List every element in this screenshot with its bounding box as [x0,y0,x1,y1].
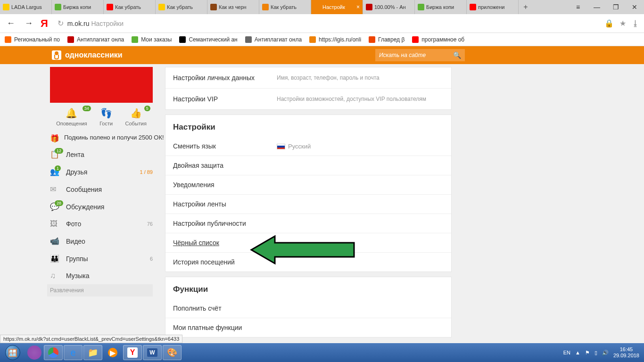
ok-logo-icon [52,50,61,60]
ok-brand-text: одноклассники [65,51,123,59]
bookmark-favicon [412,36,419,43]
forward-button[interactable]: → [23,16,35,30]
sidebar-item-label: Друзья [66,168,87,176]
bookmark-item[interactable]: Антиплагиат онла [67,36,124,43]
address-bar: ← → Я ↻ m.ok.ru Настройки 🔒 ★ ⭳ [0,14,644,33]
settings-header: Настройки [165,115,451,137]
badge: 28 [55,200,63,206]
browser-tab[interactable]: Как убрать [259,0,311,14]
back-button[interactable]: ← [5,16,17,30]
sidebar-item[interactable]: 💬28Обсуждения [50,198,153,215]
sidebar-promo[interactable]: 🎁 Подкинь полено и получи 2500 ОК! [50,131,165,146]
tray-battery-icon[interactable]: ▯ [594,350,597,356]
close-button[interactable]: ✕ [625,0,644,14]
start-button[interactable]: 🪟 [0,343,25,362]
settings-row[interactable]: Настройки личных данныхИмя, возраст, тел… [165,67,451,89]
settings-row[interactable]: Чёрный список [165,233,451,253]
tab-label: LADA Largus [11,4,42,10]
sidebar-footer[interactable]: Развлечения [47,284,153,296]
tray-action-icon[interactable]: ⚑ [585,350,590,356]
yandex-logo[interactable]: Я [41,17,48,30]
new-tab-button[interactable]: + [519,0,533,14]
sidebar-item[interactable]: ✉Сообщения [50,181,153,198]
settings-row[interactable]: Пополнить счёт [165,299,451,318]
reload-icon[interactable]: ↻ [58,19,64,28]
tab-favicon [107,4,113,10]
taskbar-yandex[interactable]: Y [123,345,142,360]
settings-row[interactable]: Настройки публичности [165,214,451,233]
profile-action[interactable]: 🔔34Оповещения [56,107,87,126]
profile-picture[interactable] [50,67,153,103]
panel-personal: Настройки личных данныхИмя, возраст, тел… [165,67,452,110]
sidebar-item-label: Лента [66,151,84,158]
profile-action-icon: 👍5 [125,107,146,119]
browser-tab[interactable]: Биржа копи [52,0,104,14]
bookmark-item[interactable]: Семантический ан [179,36,237,43]
maximize-button[interactable]: ❐ [606,0,625,14]
tray-flag-icon[interactable]: ▲ [575,350,580,355]
search-input[interactable] [379,52,453,58]
browser-tab-bar: LADA LargusБиржа копиКак убратьКак убрат… [0,0,644,14]
taskbar-cortana[interactable] [27,346,41,360]
sidebar-item[interactable]: 👪Группы6 [50,250,153,267]
bookmark-item[interactable]: Антиплагиат онла [245,36,302,43]
site-search[interactable]: 🔍 [375,49,465,61]
taskbar-ie[interactable]: e [64,345,83,360]
bookmark-item[interactable]: программное об [412,36,464,43]
browser-tab[interactable]: приложени [467,0,519,14]
settings-row[interactable]: Сменить языкРусский [165,137,451,156]
row-title: Настройки личных данных [173,74,277,82]
browser-tab[interactable]: Как из черн [207,0,259,14]
tab-favicon [3,4,9,10]
settings-row[interactable]: Настройки ленты [165,195,451,214]
star-icon[interactable]: ★ [619,19,626,28]
taskbar-paint[interactable]: 🎨 [163,345,182,360]
tray-clock[interactable]: 16:45 29.09.2018 [613,346,642,359]
browser-tab[interactable]: 100.00% - Ан [363,0,415,14]
bookmark-favicon [179,36,186,43]
tab-favicon [314,4,321,10]
bookmark-item[interactable]: https://igis.ru/onli [309,36,361,43]
minimize-button[interactable]: — [587,0,606,14]
settings-row[interactable]: Уведомления [165,175,451,195]
tray-volume-icon[interactable]: 🔊 [602,350,609,356]
download-icon[interactable]: ⭳ [632,19,639,28]
settings-row[interactable]: Мои платные функции [165,318,451,337]
ok-logo[interactable]: одноклассники [52,50,123,60]
tab-close-icon[interactable]: × [356,4,360,10]
bookmark-item[interactable]: Главред β [369,36,405,43]
browser-tab[interactable]: LADA Largus [0,0,52,14]
settings-row[interactable]: История посещений [165,253,451,272]
taskbar-word[interactable]: W [143,345,162,360]
url-box[interactable]: ↻ m.ok.ru Настройки [54,17,599,30]
sidebar-item[interactable]: ♫Музыка [50,267,153,284]
system-tray[interactable]: EN ▲ ⚑ ▯ 🔊 16:45 29.09.2018 [563,346,644,359]
taskbar-chrome[interactable] [44,345,63,360]
search-icon[interactable]: 🔍 [453,51,461,59]
browser-tab[interactable]: Настройк× [311,0,363,14]
taskbar-media[interactable]: ▶ [103,345,122,360]
sidebar-item[interactable]: 👥1Друзья1 / 89 [50,163,153,181]
profile-action[interactable]: 👍5События [125,107,146,126]
badge: 5 [144,106,150,111]
profile-action-label: Гости [99,121,113,126]
menu-button[interactable]: ≡ [569,0,587,14]
taskbar-explorer[interactable]: 📁 [83,345,102,360]
bookmark-item[interactable]: Региональный по [5,36,60,43]
bookmark-label: Антиплагиат онла [255,36,302,43]
browser-tab[interactable]: Как убрать [156,0,207,14]
sidebar-item[interactable]: 🖼Фото76 [50,215,153,232]
sidebar-item[interactable]: 📋12Лента [50,146,153,163]
settings-row[interactable]: Двойная защита [165,156,451,175]
browser-tab[interactable]: Биржа копи [415,0,467,14]
browser-tab[interactable]: Как убрать [104,0,156,14]
status-bar: https://m.ok.ru/dk?st.cmd=userBlackList&… [0,335,182,343]
profile-action[interactable]: 👣Гости [99,107,113,126]
sidebar-item[interactable]: 📹Видео [50,232,153,250]
bookmark-label: https://igis.ru/onli [319,36,361,43]
bookmark-label: Семантический ан [189,36,237,43]
bookmark-item[interactable]: Мои заказы [132,36,172,43]
tray-lang[interactable]: EN [563,350,570,355]
row-label: Чёрный список [173,239,219,247]
settings-row[interactable]: Настройки VIPНастройки возможностей, дос… [165,89,451,109]
